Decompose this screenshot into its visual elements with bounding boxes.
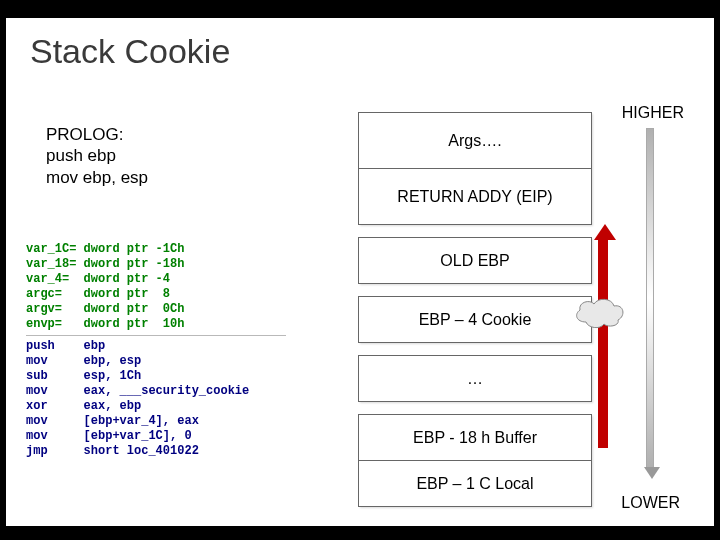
stack-row-ellipsis: … <box>359 356 592 402</box>
stack-row-cookie: EBP – 4 Cookie <box>359 297 592 343</box>
prolog-text: PROLOG: push ebp mov ebp, esp <box>46 124 148 188</box>
prolog-line1: push ebp <box>46 145 148 166</box>
stack-row-oldebp: OLD EBP <box>359 238 592 284</box>
prolog-line2: mov ebp, esp <box>46 167 148 188</box>
disasm-code: push ebp mov ebp, esp sub esp, 1Ch mov e… <box>26 339 316 459</box>
prolog-heading: PROLOG: <box>46 124 148 145</box>
stack-row-args: Args…. <box>359 113 592 169</box>
disasm-vars: var_1C= dword ptr -1Ch var_18= dword ptr… <box>26 242 316 332</box>
label-higher: HIGHER <box>622 104 684 122</box>
stack-row-buffer: EBP - 18 h Buffer <box>359 415 592 461</box>
slide-title: Stack Cookie <box>30 32 230 71</box>
stack-diagram: Args…. RETURN ADDY (EIP) OLD EBP EBP – 4… <box>358 112 592 507</box>
divider <box>26 335 286 336</box>
stack-row-return: RETURN ADDY (EIP) <box>359 169 592 225</box>
slide: Stack Cookie PROLOG: push ebp mov ebp, e… <box>6 18 714 526</box>
disassembly-block: var_1C= dword ptr -1Ch var_18= dword ptr… <box>26 242 316 459</box>
gradient-down-arrow-icon <box>644 128 656 480</box>
cloud-icon <box>568 294 628 330</box>
red-up-arrow-icon <box>594 224 612 448</box>
stack-row-local: EBP – 1 C Local <box>359 461 592 507</box>
label-lower: LOWER <box>621 494 680 512</box>
